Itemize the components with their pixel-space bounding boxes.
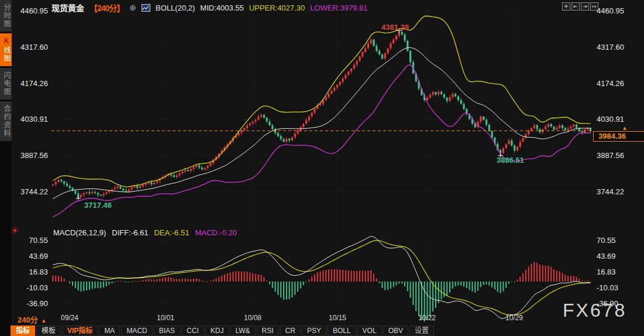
tab-templates[interactable]: 模板	[36, 325, 61, 336]
window-buttons: ✛ ⇤ ⇥ ↦	[562, 2, 598, 11]
macd-axis-label: -36.90	[12, 299, 48, 308]
plus-circle-icon[interactable]: ⊕	[129, 3, 136, 12]
y-axis-label-right: 4460.95	[597, 6, 639, 15]
indicator-bias[interactable]: BIAS	[154, 325, 180, 336]
macd-axis-label: 16.83	[12, 268, 48, 276]
symbol-name: 现货黄金	[51, 2, 84, 13]
title-bar: 现货黄金 【240分】 ⊕ BOLL(20,2) MID:4003.55 UPP…	[51, 2, 367, 13]
shift-left-button[interactable]: ⇤	[571, 2, 580, 11]
fx678-watermark: FX678	[563, 300, 626, 321]
boll-lower-value: LOWER:3979.81	[310, 4, 367, 12]
y-axis-label: 4174.26	[12, 79, 48, 88]
indicator-boll[interactable]: BOLL	[328, 325, 356, 336]
y-axis-label-right: 4030.91	[597, 115, 639, 124]
indicator-psy[interactable]: PSY	[302, 325, 326, 336]
indicator-lw[interactable]: LW&	[230, 325, 255, 336]
macd-axis-label-right: -10.03	[597, 283, 639, 292]
boll-mid-value: MID:4003.55	[200, 4, 243, 12]
boll-upper-value: UPPER:4027.30	[249, 4, 305, 12]
settings-button[interactable]: 设置	[409, 325, 434, 336]
annotation-swing-high: 4381.29	[381, 23, 409, 32]
indicator-cci[interactable]: CCI	[181, 325, 204, 336]
x-axis-label: 10/29	[498, 314, 531, 322]
x-axis-label: 10/22	[411, 314, 443, 322]
kline-rest-chars: 线图	[2, 46, 11, 63]
annotation-swing-low-2: 3886.51	[497, 156, 524, 164]
y-axis-label: 3887.56	[12, 151, 48, 160]
sidebar-item-kline-chart[interactable]: K线图	[0, 33, 12, 66]
macd-axis-label-right: 70.55	[597, 236, 639, 245]
macd-params-label: MACD(26,12,9)	[53, 228, 106, 237]
macd-axis-label-right: 43.69	[597, 252, 639, 260]
y-axis-label-right: 4174.26	[597, 79, 639, 88]
price-up-caret-icon: ▲	[622, 125, 628, 131]
y-axis-label-right: 4317.60	[597, 43, 639, 52]
x-axis-label: 10/15	[321, 314, 354, 322]
tab-vip-indicators[interactable]: VIP指标	[62, 325, 98, 336]
x-axis-label: 09/24	[53, 314, 86, 322]
y-axis-label-right: 3887.56	[597, 151, 639, 160]
boll-params-label: BOLL(20,2)	[156, 4, 195, 12]
kline-k-char: K	[2, 37, 11, 46]
macd-axis-label: 70.55	[12, 236, 48, 245]
sidebar-item-time-chart[interactable]: 分时图	[0, 0, 12, 32]
y-axis-label: 4030.91	[12, 115, 48, 124]
y-axis-label-right: 3744.22	[597, 187, 639, 196]
indicator-obv[interactable]: OBV	[383, 325, 408, 336]
y-axis-label: 4317.60	[12, 43, 48, 52]
macd-header: MACD(26,12,9) DIFF:-6.61 DEA:-6.51 MACD:…	[53, 228, 237, 237]
sidebar-item-contract-info[interactable]: 合约资料	[0, 101, 12, 141]
indicator-macd[interactable]: MACD	[121, 325, 152, 336]
macd-axis-label: 43.69	[12, 252, 48, 260]
main-chart[interactable]	[0, 0, 644, 336]
current-price-badge: 3984.36	[593, 131, 644, 142]
macd-hist-value: MACD:-0.20	[195, 228, 237, 237]
mini-chart-icon	[142, 4, 150, 12]
y-axis-label: 3744.22	[12, 187, 48, 196]
indicator-kdj[interactable]: KDJ	[205, 325, 229, 336]
shift-right-button[interactable]: ⇥	[581, 2, 589, 11]
tab-indicators[interactable]: 指标	[11, 325, 35, 336]
x-axis-label: 10/01	[149, 314, 182, 322]
y-axis-label: 4460.95	[12, 6, 48, 15]
sidebar-item-lightning-chart[interactable]: 闪电图	[0, 68, 12, 100]
indicator-toolbar: 指标 模板 VIP指标 MA MACD BIAS CCI KDJ LW& RSI…	[11, 325, 434, 336]
macd-axis-label-right: 16.83	[597, 268, 639, 276]
app-root: 分时图 K线图 闪电图 合约资料 现货黄金 【240分】 ⊕ BOLL(20,2…	[0, 0, 644, 336]
annotation-swing-low-1: 3717.46	[84, 201, 112, 210]
macd-dea-value: DEA:-6.51	[154, 228, 189, 237]
x-axis-label: 10/08	[236, 314, 269, 322]
period-caret-icon: ▲	[41, 317, 47, 324]
left-sidebar: 分时图 K线图 闪电图 合约资料	[0, 0, 12, 336]
period-selector-label: 240分	[18, 316, 38, 324]
indicator-rsi[interactable]: RSI	[257, 325, 279, 336]
macd-diff-value: DIFF:-6.61	[112, 228, 148, 237]
pan-crosshair-button[interactable]: ✛	[562, 2, 570, 11]
indicator-ma[interactable]: MA	[99, 325, 120, 336]
period-tag: 【240分】	[89, 2, 124, 13]
record-dot-icon[interactable]	[12, 227, 18, 234]
macd-axis-label: -10.03	[12, 283, 48, 292]
indicator-cr[interactable]: CR	[280, 325, 301, 336]
period-selector[interactable]: 240分▲	[18, 314, 47, 325]
indicator-vol[interactable]: VOL	[357, 325, 382, 336]
